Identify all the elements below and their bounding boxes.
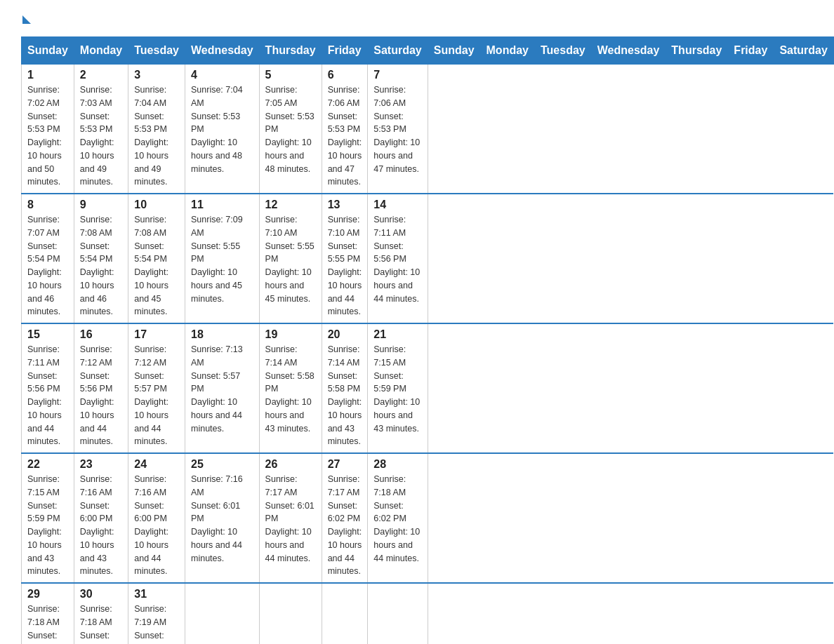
- calendar-cell: [185, 583, 259, 644]
- day-info: Sunrise: 7:09 AM Sunset: 5:55 PM Dayligh…: [191, 213, 253, 305]
- day-header-friday: Friday: [728, 37, 774, 65]
- day-info: Sunrise: 7:11 AM Sunset: 5:56 PM Dayligh…: [27, 343, 68, 448]
- day-header-tuesday: Tuesday: [534, 37, 591, 65]
- calendar-cell: 18 Sunrise: 7:13 AM Sunset: 5:57 PM Dayl…: [185, 323, 259, 453]
- day-info: Sunrise: 7:14 AM Sunset: 5:58 PM Dayligh…: [328, 343, 362, 448]
- calendar-cell: [259, 583, 322, 644]
- calendar-cell: 23 Sunrise: 7:16 AM Sunset: 6:00 PM Dayl…: [74, 453, 128, 583]
- day-info: Sunrise: 7:19 AM Sunset: 6:04 PM Dayligh…: [134, 603, 179, 644]
- day-info: Sunrise: 7:06 AM Sunset: 5:53 PM Dayligh…: [373, 83, 421, 175]
- day-header-thursday: Thursday: [666, 37, 728, 65]
- day-number: 3: [134, 69, 179, 81]
- calendar-cell: [368, 583, 428, 644]
- day-number: 2: [80, 69, 122, 81]
- day-of-week-header: Tuesday: [128, 37, 185, 65]
- calendar-cell: 28 Sunrise: 7:18 AM Sunset: 6:02 PM Dayl…: [368, 453, 428, 583]
- logo-triangle-icon: [22, 15, 31, 24]
- day-of-week-header: Wednesday: [185, 37, 259, 65]
- calendar-cell: 24 Sunrise: 7:16 AM Sunset: 6:00 PM Dayl…: [128, 453, 185, 583]
- day-number: 28: [373, 458, 421, 471]
- calendar-cell: 1 Sunrise: 7:02 AM Sunset: 5:53 PM Dayli…: [22, 65, 74, 194]
- calendar-header-row: SundayMondayTuesdayWednesdayThursdayFrid…: [22, 37, 834, 65]
- calendar-cell: 16 Sunrise: 7:12 AM Sunset: 5:56 PM Dayl…: [74, 323, 128, 453]
- day-number: 1: [27, 69, 68, 81]
- day-info: Sunrise: 7:12 AM Sunset: 5:57 PM Dayligh…: [134, 343, 179, 448]
- day-of-week-header: Friday: [322, 37, 368, 65]
- calendar-cell: 10 Sunrise: 7:08 AM Sunset: 5:54 PM Dayl…: [128, 194, 185, 323]
- day-number: 29: [27, 588, 68, 601]
- day-info: Sunrise: 7:17 AM Sunset: 6:01 PM Dayligh…: [265, 473, 316, 565]
- day-info: Sunrise: 7:03 AM Sunset: 5:53 PM Dayligh…: [80, 83, 122, 189]
- day-info: Sunrise: 7:16 AM Sunset: 6:00 PM Dayligh…: [80, 473, 122, 578]
- calendar-cell: 21 Sunrise: 7:15 AM Sunset: 5:59 PM Dayl…: [368, 323, 428, 453]
- day-info: Sunrise: 7:10 AM Sunset: 5:55 PM Dayligh…: [328, 213, 362, 318]
- calendar-cell: 3 Sunrise: 7:04 AM Sunset: 5:53 PM Dayli…: [128, 65, 185, 194]
- day-info: Sunrise: 7:18 AM Sunset: 6:02 PM Dayligh…: [373, 473, 421, 565]
- day-number: 13: [328, 199, 362, 211]
- day-number: 23: [80, 458, 122, 471]
- calendar-cell: 8 Sunrise: 7:07 AM Sunset: 5:54 PM Dayli…: [22, 194, 74, 323]
- day-number: 30: [80, 588, 122, 601]
- day-info: Sunrise: 7:08 AM Sunset: 5:54 PM Dayligh…: [80, 213, 122, 318]
- calendar-cell: 30 Sunrise: 7:18 AM Sunset: 6:04 PM Dayl…: [74, 583, 128, 644]
- day-info: Sunrise: 7:07 AM Sunset: 5:54 PM Dayligh…: [27, 213, 68, 318]
- day-number: 17: [134, 328, 179, 341]
- calendar-cell: 11 Sunrise: 7:09 AM Sunset: 5:55 PM Dayl…: [185, 194, 259, 323]
- day-number: 24: [134, 458, 179, 471]
- day-number: 20: [328, 328, 362, 341]
- day-number: 5: [265, 69, 316, 81]
- day-number: 7: [373, 69, 421, 81]
- day-number: 4: [191, 69, 253, 81]
- calendar-cell: 4 Sunrise: 7:04 AM Sunset: 5:53 PM Dayli…: [185, 65, 259, 194]
- day-info: Sunrise: 7:08 AM Sunset: 5:54 PM Dayligh…: [134, 213, 179, 318]
- calendar-cell: 19 Sunrise: 7:14 AM Sunset: 5:58 PM Dayl…: [259, 323, 322, 453]
- calendar-cell: 13 Sunrise: 7:10 AM Sunset: 5:55 PM Dayl…: [322, 194, 368, 323]
- calendar-week-row: 22 Sunrise: 7:15 AM Sunset: 5:59 PM Dayl…: [22, 453, 834, 583]
- calendar-cell: 27 Sunrise: 7:17 AM Sunset: 6:02 PM Dayl…: [322, 453, 368, 583]
- day-info: Sunrise: 7:10 AM Sunset: 5:55 PM Dayligh…: [265, 213, 316, 305]
- calendar-cell: 20 Sunrise: 7:14 AM Sunset: 5:58 PM Dayl…: [322, 323, 368, 453]
- calendar-week-row: 29 Sunrise: 7:18 AM Sunset: 6:03 PM Dayl…: [22, 583, 834, 644]
- day-number: 12: [265, 199, 316, 211]
- day-info: Sunrise: 7:15 AM Sunset: 5:59 PM Dayligh…: [27, 473, 68, 578]
- day-number: 25: [191, 458, 253, 471]
- calendar-cell: 17 Sunrise: 7:12 AM Sunset: 5:57 PM Dayl…: [128, 323, 185, 453]
- calendar-cell: 14 Sunrise: 7:11 AM Sunset: 5:56 PM Dayl…: [368, 194, 428, 323]
- day-number: 26: [265, 458, 316, 471]
- day-info: Sunrise: 7:14 AM Sunset: 5:58 PM Dayligh…: [265, 343, 316, 435]
- calendar-week-row: 8 Sunrise: 7:07 AM Sunset: 5:54 PM Dayli…: [22, 194, 834, 323]
- day-info: Sunrise: 7:16 AM Sunset: 6:01 PM Dayligh…: [191, 473, 253, 565]
- day-number: 16: [80, 328, 122, 341]
- calendar-cell: 12 Sunrise: 7:10 AM Sunset: 5:55 PM Dayl…: [259, 194, 322, 323]
- day-header-saturday: Saturday: [774, 37, 833, 65]
- calendar-cell: 31 Sunrise: 7:19 AM Sunset: 6:04 PM Dayl…: [128, 583, 185, 644]
- day-info: Sunrise: 7:05 AM Sunset: 5:53 PM Dayligh…: [265, 83, 316, 175]
- day-info: Sunrise: 7:02 AM Sunset: 5:53 PM Dayligh…: [27, 83, 68, 189]
- calendar-cell: 26 Sunrise: 7:17 AM Sunset: 6:01 PM Dayl…: [259, 453, 322, 583]
- day-header-monday: Monday: [480, 37, 534, 65]
- day-info: Sunrise: 7:06 AM Sunset: 5:53 PM Dayligh…: [328, 83, 362, 189]
- day-number: 21: [373, 328, 421, 341]
- day-of-week-header: Sunday: [22, 37, 74, 65]
- day-header-sunday: Sunday: [428, 37, 480, 65]
- logo: [21, 14, 31, 22]
- day-info: Sunrise: 7:15 AM Sunset: 5:59 PM Dayligh…: [373, 343, 421, 435]
- calendar-cell: 25 Sunrise: 7:16 AM Sunset: 6:01 PM Dayl…: [185, 453, 259, 583]
- calendar-week-row: 1 Sunrise: 7:02 AM Sunset: 5:53 PM Dayli…: [22, 65, 834, 194]
- day-number: 8: [27, 199, 68, 211]
- day-number: 22: [27, 458, 68, 471]
- day-of-week-header: Thursday: [259, 37, 322, 65]
- day-of-week-header: Monday: [74, 37, 128, 65]
- day-number: 19: [265, 328, 316, 341]
- day-header-wednesday: Wednesday: [591, 37, 666, 65]
- day-info: Sunrise: 7:11 AM Sunset: 5:56 PM Dayligh…: [373, 213, 421, 305]
- calendar-cell: 29 Sunrise: 7:18 AM Sunset: 6:03 PM Dayl…: [22, 583, 74, 644]
- day-number: 15: [27, 328, 68, 341]
- day-number: 18: [191, 328, 253, 341]
- calendar-cell: 6 Sunrise: 7:06 AM Sunset: 5:53 PM Dayli…: [322, 65, 368, 194]
- day-info: Sunrise: 7:13 AM Sunset: 5:57 PM Dayligh…: [191, 343, 253, 435]
- day-info: Sunrise: 7:18 AM Sunset: 6:03 PM Dayligh…: [27, 603, 68, 644]
- page-header: [21, 14, 813, 22]
- calendar-table: SundayMondayTuesdayWednesdayThursdayFrid…: [21, 36, 834, 644]
- day-info: Sunrise: 7:04 AM Sunset: 5:53 PM Dayligh…: [134, 83, 179, 189]
